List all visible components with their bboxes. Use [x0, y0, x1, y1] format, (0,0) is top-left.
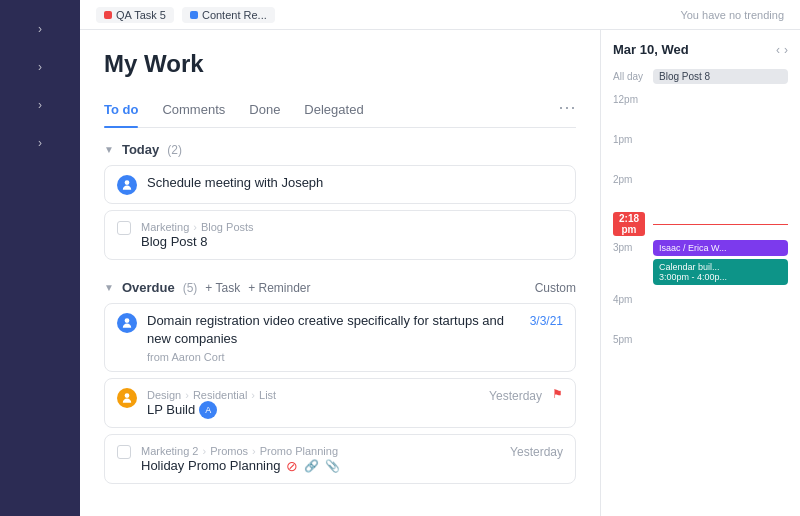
time-label-3pm: 3pm — [613, 240, 645, 253]
task-checkbox-blog[interactable] — [117, 221, 131, 235]
calendar-nav: ‹ › — [776, 43, 788, 57]
task-icon-domain — [117, 313, 137, 333]
time-label-4pm: 4pm — [613, 292, 645, 305]
task-icon-meeting — [117, 175, 137, 195]
task-date-lp: Yesterday — [489, 389, 542, 403]
task-breadcrumb-holiday: Marketing 2 › Promos › Promo Planning — [141, 445, 500, 457]
current-time-label: 2:18 pm — [613, 212, 645, 236]
task-blog-post-8[interactable]: Marketing › Blog Posts Blog Post 8 — [104, 210, 576, 260]
overdue-section-header: ▼ Overdue (5) + Task + Reminder Custom — [104, 266, 576, 303]
today-count: (2) — [167, 143, 182, 157]
time-label-5pm: 5pm — [613, 332, 645, 345]
task-icon-lp — [117, 388, 137, 408]
calendar-section: Mar 10, Wed ‹ › All day Blog Post 8 12pm — [600, 30, 800, 516]
current-time-row: 2:18 pm — [613, 212, 788, 236]
task-meta-domain: from Aaron Cort — [147, 351, 520, 363]
sidebar-chevron-1[interactable]: › — [38, 22, 42, 36]
qa-task-tag[interactable]: QA Task 5 — [96, 7, 174, 23]
task-breadcrumb-lp: Design › Residential › List — [147, 389, 479, 401]
task-right-domain: 3/3/21 — [530, 312, 563, 328]
task-title-blog: Blog Post 8 — [141, 233, 563, 251]
tab-done[interactable]: Done — [249, 94, 280, 127]
my-work-section: My Work To do Comments Done Delegated — [80, 30, 600, 516]
time-slot-1pm: 1pm — [613, 132, 788, 168]
all-day-label: All day — [613, 71, 645, 82]
cal-event-isaac[interactable]: Isaac / Erica W... — [653, 240, 788, 256]
time-slot-4pm: 4pm — [613, 292, 788, 328]
task-content-lp: Design › Residential › List LP Build A — [147, 387, 479, 419]
task-right-holiday: Yesterday — [510, 443, 563, 459]
today-chevron[interactable]: ▼ — [104, 144, 114, 155]
task-content-holiday: Marketing 2 › Promos › Promo Planning Ho… — [141, 443, 500, 475]
stop-icon: ⊘ — [286, 458, 298, 474]
cal-event-calendar-build[interactable]: Calendar buil...3:00pm - 4:00p... — [653, 259, 788, 285]
task-content-meeting: Schedule meeting with Joseph — [147, 174, 563, 192]
task-checkbox-holiday[interactable] — [117, 445, 131, 459]
content-dot — [190, 11, 198, 19]
task-breadcrumb-blog: Marketing › Blog Posts — [141, 221, 563, 233]
all-day-row: All day Blog Post 8 — [613, 69, 788, 84]
task-right-lp: Yesterday ⚑ — [489, 387, 563, 403]
time-slot-3pm: 3pm Isaac / Erica W... Calendar buil...3… — [613, 240, 788, 288]
task-title-domain: Domain registration video creative speci… — [147, 312, 520, 348]
current-time-line — [653, 224, 788, 225]
calendar-next-button[interactable]: › — [784, 43, 788, 57]
task-schedule-meeting[interactable]: Schedule meeting with Joseph — [104, 165, 576, 204]
all-day-event[interactable]: Blog Post 8 — [653, 69, 788, 84]
content-area: My Work To do Comments Done Delegated — [80, 30, 800, 516]
tab-comments[interactable]: Comments — [162, 94, 225, 127]
today-section-header: ▼ Today (2) — [104, 128, 576, 165]
link-icon: 🔗 — [304, 459, 319, 473]
calendar-date-label: Mar 10, Wed — [613, 42, 689, 57]
task-domain-registration[interactable]: Domain registration video creative speci… — [104, 303, 576, 371]
top-bar: QA Task 5 Content Re... You have no tren… — [80, 0, 800, 30]
task-content-blog: Marketing › Blog Posts Blog Post 8 — [141, 219, 563, 251]
attachment-icon: 📎 — [325, 459, 340, 473]
task-date-domain: 3/3/21 — [530, 314, 563, 328]
task-flag-lp: ⚑ — [552, 387, 563, 401]
page-title: My Work — [104, 50, 576, 78]
main-content: QA Task 5 Content Re... You have no tren… — [80, 0, 800, 516]
time-label-12pm: 12pm — [613, 92, 645, 105]
calendar-prev-button[interactable]: ‹ — [776, 43, 780, 57]
overdue-count: (5) — [183, 281, 198, 295]
overdue-chevron[interactable]: ▼ — [104, 282, 114, 293]
today-title: Today — [122, 142, 159, 157]
sidebar-chevron-4[interactable]: › — [38, 136, 42, 150]
sidebar: › › › › — [0, 0, 80, 516]
content-task-label: Content Re... — [202, 9, 267, 21]
sidebar-chevron-3[interactable]: › — [38, 98, 42, 112]
tabs-more-button[interactable]: ⋯ — [558, 96, 576, 126]
task-content-domain: Domain registration video creative speci… — [147, 312, 520, 362]
tabs: To do Comments Done Delegated ⋯ — [104, 94, 576, 128]
sidebar-chevron-2[interactable]: › — [38, 60, 42, 74]
task-holiday-promo[interactable]: Marketing 2 › Promos › Promo Planning Ho… — [104, 434, 576, 484]
tab-todo[interactable]: To do — [104, 94, 138, 127]
time-label-1pm: 1pm — [613, 132, 645, 145]
add-reminder-button[interactable]: + Reminder — [248, 281, 310, 295]
overdue-title: Overdue — [122, 280, 175, 295]
task-date-holiday: Yesterday — [510, 445, 563, 459]
trending-text: You have no trending — [680, 9, 784, 21]
time-slot-5pm: 5pm — [613, 332, 788, 368]
time-label-2pm: 2pm — [613, 172, 645, 185]
custom-button[interactable]: Custom — [535, 281, 576, 295]
qa-task-label: QA Task 5 — [116, 9, 166, 21]
time-slot-12pm: 12pm — [613, 92, 788, 128]
task-avatar-lp: A — [199, 401, 217, 419]
time-events-3pm: Isaac / Erica W... Calendar buil...3:00p… — [653, 240, 788, 288]
add-task-button[interactable]: + Task — [205, 281, 240, 295]
tab-delegated[interactable]: Delegated — [304, 94, 363, 127]
time-slot-2pm: 2pm — [613, 172, 788, 208]
qa-dot — [104, 11, 112, 19]
task-lp-build[interactable]: Design › Residential › List LP Build A Y… — [104, 378, 576, 428]
task-title-meeting: Schedule meeting with Joseph — [147, 174, 563, 192]
content-task-tag[interactable]: Content Re... — [182, 7, 275, 23]
task-title-holiday: Holiday Promo Planning — [141, 457, 280, 475]
task-title-lp: LP Build — [147, 401, 195, 419]
calendar-header: Mar 10, Wed ‹ › — [613, 42, 788, 57]
